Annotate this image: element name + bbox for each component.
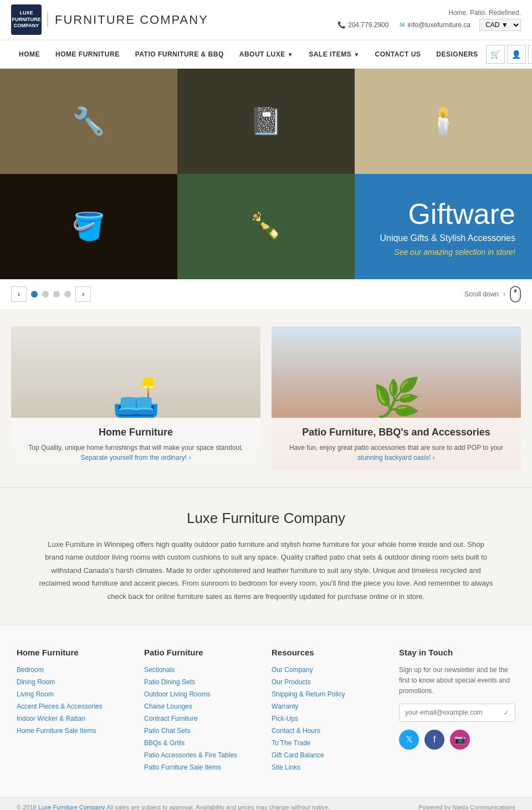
slider-next-button[interactable]: › — [75, 286, 91, 302]
footer-link-bbq[interactable]: BBQs & Grills — [144, 739, 185, 747]
footer-link-bedroom[interactable]: Bedroom — [17, 666, 44, 674]
footer-link-contact-hours[interactable]: Contact & Hours — [272, 727, 320, 735]
nav-item-designers[interactable]: DESIGNERS — [428, 40, 485, 68]
footer-link-pickups[interactable]: Pick-Ups — [272, 715, 298, 722]
slider-dot-1[interactable] — [31, 291, 38, 298]
footer-link-chat-sets[interactable]: Patio Chat Sets — [144, 727, 190, 735]
nav-items: HOME HOME FURNITURE PATIO FURNITURE & BB… — [11, 40, 486, 68]
giftware-content: Giftware Unique Gifts & Stylish Accessor… — [380, 197, 515, 257]
home-furniture-desc: Top Quality, unique home furnishings tha… — [22, 443, 249, 453]
chevron-down-icon: ▼ — [354, 52, 359, 58]
slider-dot-2[interactable] — [42, 291, 49, 298]
footer-link-home-sale[interactable]: Home Furniture Sale Items — [17, 727, 96, 735]
footer-bottom: © 2018 Luxe Furniture Company All sales … — [0, 797, 532, 810]
hero-cell-4: 🪣 — [0, 174, 177, 279]
slider-dot-4[interactable] — [64, 291, 71, 298]
footer-col-resources-title: Resources — [272, 648, 388, 657]
nav-item-home-furniture[interactable]: HOME FURNITURE — [48, 40, 127, 68]
footer-col-newsletter-title: Stay in Touch — [399, 648, 515, 657]
scroll-indicator — [510, 286, 521, 303]
footer-link-patio-sale[interactable]: Patio Furniture Sale Items — [144, 763, 221, 771]
about-title: Luxe Furniture Company — [17, 510, 515, 527]
hero-grid: 🔧 📓 🕯️ 🪣 🍾 Giftware Unique Gifts & Styli… — [0, 69, 532, 279]
hero-cell-5: 🍾 — [177, 174, 355, 279]
footer-link-wicker[interactable]: Indoor Wicker & Rattan — [17, 715, 85, 722]
instagram-button[interactable]: 📷 — [450, 730, 470, 750]
powered-by: Powered by Naida Communications — [418, 804, 515, 810]
footer-col-newsletter: Stay in Touch Sign up for our newsletter… — [399, 648, 515, 775]
footer-link-our-products[interactable]: Our Products — [272, 678, 311, 686]
nav-item-patio[interactable]: PATIO FURNITURE & BBQ — [127, 40, 232, 68]
top-right: Home. Patio. Redefined. 📞 204.779.2900 ✉… — [337, 9, 521, 31]
giftware-cta: See our amazing selection in store! — [380, 248, 515, 257]
footer-link-trade[interactable]: To The Trade — [272, 739, 311, 747]
newsletter-email-input[interactable] — [400, 704, 498, 721]
right-arrow-icon: › — [503, 290, 505, 298]
footer-link-shipping[interactable]: Shipping & Return Policy — [272, 690, 345, 698]
footer-link-accessories[interactable]: Patio Accessories & Fire Tables — [144, 751, 237, 759]
copyright-text: © 2018 Luxe Furniture Company All sales … — [17, 804, 330, 810]
slider-controls: ‹ › Scroll down › — [0, 279, 532, 310]
footer-link-chaise[interactable]: Chaise Lounges — [144, 703, 192, 710]
cart-button[interactable]: 🛒 — [486, 45, 505, 64]
contact-info: 📞 204.779.2900 ✉ info@luxefurniture.ca — [337, 21, 470, 29]
footer-link-outdoor-living[interactable]: Outdoor Living Rooms — [144, 690, 210, 698]
footer-link-living[interactable]: Living Room — [17, 690, 54, 698]
site-footer: Home Furniture Bedroom Dining Room Livin… — [0, 625, 532, 810]
phone-number: 📞 204.779.2900 — [337, 21, 388, 29]
footer-link-dining[interactable]: Dining Room — [17, 678, 55, 686]
nav-item-sale[interactable]: SALE ITEMS ▼ — [301, 40, 367, 68]
footer-link-accent[interactable]: Accent Pieces & Accessories — [17, 703, 103, 710]
scroll-down-label: Scroll down — [464, 290, 499, 298]
hero-image-candle: 🕯️ — [355, 69, 532, 174]
slider-nav: ‹ › — [11, 286, 91, 302]
nav-item-about[interactable]: ABOUT LUXE ▼ — [232, 40, 301, 68]
facebook-button[interactable]: f — [424, 730, 444, 750]
social-icons: 𝕏 f 📷 — [399, 730, 515, 750]
nav-item-home[interactable]: HOME — [11, 40, 48, 68]
email-icon: ✉ — [400, 21, 405, 29]
nav-item-contact[interactable]: CONTACT US — [367, 40, 429, 68]
twitter-button[interactable]: 𝕏 — [399, 730, 419, 750]
footer-link-contract[interactable]: Contract Furniture — [144, 715, 198, 722]
home-furniture-icon: 🛋️ — [112, 376, 160, 421]
scroll-down: Scroll down › — [464, 286, 521, 303]
footer-col-resources-links: Our Company Our Products Shipping & Retu… — [272, 665, 388, 771]
search-button[interactable]: 🔍 — [528, 45, 532, 64]
footer-link-gift-card[interactable]: Gift Card Balance — [272, 751, 324, 759]
nav-icons: 🛒 👤 🔍 — [486, 45, 532, 64]
footer-link-our-company[interactable]: Our Company — [272, 666, 313, 674]
home-furniture-title: Home Furniture — [22, 427, 249, 438]
hero-cell-3: 🕯️ — [355, 69, 532, 174]
slider-dot-3[interactable] — [53, 291, 60, 298]
newsletter-submit-button[interactable]: ✓ — [498, 704, 515, 721]
patio-furniture-desc: Have fun, enjoy great patio accessories … — [283, 443, 510, 453]
phone-icon: 📞 — [337, 21, 346, 29]
footer-col-patio: Patio Furniture Sectionals Patio Dining … — [144, 648, 260, 775]
slider-prev-button[interactable]: ‹ — [11, 286, 27, 302]
currency-selector[interactable]: CAD ▼ USD — [479, 19, 521, 31]
footer-company-link[interactable]: Luxe Furniture Company — [38, 804, 105, 810]
footer-link-warranty[interactable]: Warranty — [272, 703, 298, 710]
footer-link-sectionals[interactable]: Sectionals — [144, 666, 175, 674]
home-furniture-link[interactable]: Separate yourself from the ordinary! › — [81, 454, 191, 462]
top-bar: LUXEFURNITURECOMPANY FURNITURE COMPANY H… — [0, 0, 532, 40]
featured-card-home: 🛋️ Home Furniture Top Quality, unique ho… — [11, 326, 260, 470]
footer-col-resources: Resources Our Company Our Products Shipp… — [272, 648, 388, 775]
hero-image-bottle: 🍾 — [177, 174, 355, 279]
site-header: LUXEFURNITURECOMPANY FURNITURE COMPANY H… — [0, 0, 532, 69]
hero-image-belt: 🪣 — [0, 174, 177, 279]
patio-furniture-link[interactable]: stunning backyard oasis! › — [357, 454, 434, 462]
footer-link-site-links[interactable]: Site Links — [272, 763, 300, 771]
hero-cell-giftware: Giftware Unique Gifts & Stylish Accessor… — [355, 174, 532, 279]
giftware-title: Giftware — [380, 197, 515, 230]
account-button[interactable]: 👤 — [507, 45, 526, 64]
email-address: ✉ info@luxefurniture.ca — [400, 21, 470, 29]
footer-col-home-links: Bedroom Dining Room Living Room Accent P… — [17, 665, 133, 735]
footer-link-patio-dining[interactable]: Patio Dining Sets — [144, 678, 195, 686]
patio-furniture-title: Patio Furniture, BBQ's and Accessories — [283, 427, 510, 438]
patio-furniture-overlay: Patio Furniture, BBQ's and Accessories H… — [272, 418, 521, 470]
hero-section: 🔧 📓 🕯️ 🪣 🍾 Giftware Unique Gifts & Styli… — [0, 69, 532, 279]
logo-area: LUXEFURNITURECOMPANY FURNITURE COMPANY — [11, 4, 208, 35]
about-body: Luxe Furniture in Winnipeg offers high q… — [39, 538, 493, 603]
